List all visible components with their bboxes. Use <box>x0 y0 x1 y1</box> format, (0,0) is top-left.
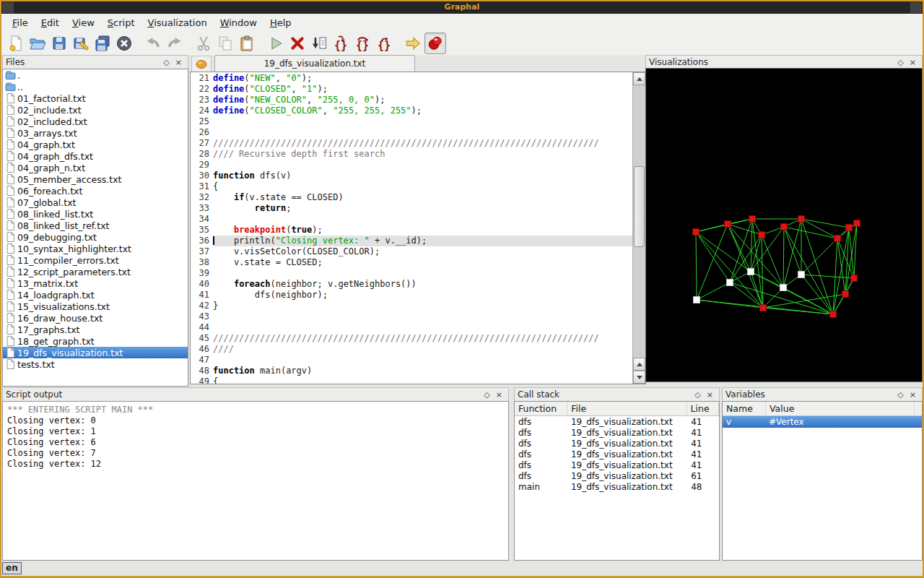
file-item[interactable]: 04_graph_n.txt <box>3 162 188 173</box>
scrollbar-thumb[interactable] <box>634 166 645 247</box>
file-item[interactable]: 18_get_graph.txt <box>3 335 188 347</box>
file-item[interactable]: 08_linked_list.txt <box>3 208 188 220</box>
variables-table[interactable]: NameValuev#Vertex <box>722 401 923 561</box>
code-line[interactable]: 24define("CLOSED_COLOR", "255, 255, 255"… <box>191 105 633 116</box>
code-line[interactable]: 46//// <box>191 344 633 355</box>
scroll-up-button-2[interactable] <box>633 358 645 371</box>
file-item[interactable]: 09_debugging.txt <box>3 231 188 243</box>
file-item[interactable]: 13_matrix.txt <box>3 277 188 289</box>
call-stack-row[interactable]: dfs19_dfs_visualization.txt61 <box>515 470 719 481</box>
code-line[interactable]: 35 breakpoint(true); <box>191 225 633 236</box>
file-item[interactable]: 01_factorial.txt <box>3 92 188 104</box>
code-line[interactable]: 34 <box>191 214 633 225</box>
float-panel-icon[interactable]: ◇ <box>692 391 703 399</box>
files-list[interactable]: ...01_factorial.txt02_include.txt02_incl… <box>2 69 188 387</box>
code-area[interactable]: 21define("NEW", "0");22define("CLOSED", … <box>191 73 633 384</box>
file-item[interactable]: 07_global.txt <box>3 197 188 208</box>
code-line[interactable]: 32 if(v.state == CLOSED) <box>191 192 633 203</box>
step-over-button[interactable]: {} <box>352 33 372 53</box>
scroll-up-button[interactable] <box>633 72 645 85</box>
new-file-button[interactable] <box>6 33 26 53</box>
variables-column-headers[interactable]: NameValue <box>723 402 922 416</box>
run-script-button[interactable] <box>266 33 286 53</box>
file-item[interactable]: 10_syntax_highlighter.txt <box>3 243 188 254</box>
call-stack-column-headers[interactable]: FunctionFileLine <box>515 402 719 416</box>
menu-window[interactable]: Window <box>214 15 263 30</box>
step-into-button[interactable]: {} <box>331 33 351 53</box>
tab-19-dfs-visualization[interactable]: 19_dfs_visualization.txt <box>214 55 415 72</box>
close-panel-icon[interactable]: × <box>907 391 919 399</box>
file-item[interactable]: 08_linked_list_ref.txt <box>3 220 188 231</box>
code-editor[interactable]: 21define("NEW", "0");22define("CLOSED", … <box>190 72 646 384</box>
toggle-breakpoint-button[interactable] <box>424 33 446 54</box>
call-stack-row[interactable]: dfs19_dfs_visualization.txt41 <box>515 427 719 438</box>
file-item[interactable]: 17_graphs.txt <box>3 324 188 335</box>
copy-button[interactable] <box>215 33 235 53</box>
call-stack-row[interactable]: dfs19_dfs_visualization.txt41 <box>515 416 719 427</box>
code-line[interactable]: 22define("CLOSED", "1"); <box>191 84 633 95</box>
call-stack-row[interactable]: dfs19_dfs_visualization.txt41 <box>515 460 719 470</box>
run-to-cursor-button[interactable] <box>309 33 329 53</box>
file-item[interactable]: 03_arrays.txt <box>3 127 188 139</box>
menu-view[interactable]: View <box>66 15 101 30</box>
code-line[interactable]: 43 <box>191 311 633 322</box>
code-line[interactable]: 42} <box>191 301 633 311</box>
call-stack-row[interactable]: dfs19_dfs_visualization.txt41 <box>515 438 719 449</box>
current-code-line[interactable]: 36 println("Closing vertex: " + v.__id); <box>191 236 633 246</box>
code-line[interactable]: 47 <box>191 355 633 366</box>
redo-button[interactable] <box>165 33 185 53</box>
code-line[interactable]: 45//////////////////////////////////////… <box>191 333 633 344</box>
keyboard-layout-indicator[interactable]: en <box>2 562 22 574</box>
code-line[interactable]: 40 foreach(neighbor; v.getNeighbors()) <box>191 279 633 290</box>
file-item[interactable]: 02_included.txt <box>3 116 188 127</box>
file-item[interactable]: 06_foreach.txt <box>3 185 188 197</box>
file-item[interactable]: 16_draw_house.txt <box>3 312 188 324</box>
code-line[interactable]: 38 v.state = CLOSED; <box>191 257 633 268</box>
file-item[interactable]: 11_compiler_errors.txt <box>3 254 188 266</box>
float-panel-icon[interactable]: ◇ <box>160 59 172 66</box>
step-out-button[interactable]: {} <box>374 33 394 53</box>
file-item[interactable]: tests.txt <box>3 358 188 370</box>
code-line[interactable]: 25 <box>191 116 633 127</box>
float-panel-icon[interactable]: ◇ <box>894 59 906 66</box>
open-file-button[interactable] <box>27 33 48 53</box>
code-line[interactable]: 48function main(argv) <box>191 366 633 376</box>
menu-script[interactable]: Script <box>101 15 141 30</box>
save-as-button[interactable] <box>71 33 91 53</box>
menu-help[interactable]: Help <box>263 15 298 30</box>
script-output-text[interactable]: *** ENTERING SCRIPT MAIN ***Closing vert… <box>2 401 509 561</box>
continue-button[interactable] <box>403 33 423 53</box>
code-line[interactable]: 39 <box>191 268 633 279</box>
file-item[interactable]: . <box>3 69 188 81</box>
cut-button[interactable] <box>193 33 214 53</box>
file-item[interactable]: 05_member_access.txt <box>3 173 188 185</box>
code-line[interactable]: 27//////////////////////////////////////… <box>191 138 633 149</box>
window-control-button[interactable] <box>910 2 922 13</box>
close-panel-icon[interactable]: × <box>173 59 185 66</box>
graph-visualization-canvas[interactable] <box>645 68 923 382</box>
file-item[interactable]: 19_dfs_visualization.txt <box>3 347 188 358</box>
call-stack-table[interactable]: FunctionFileLinedfs19_dfs_visualization.… <box>514 401 720 561</box>
float-panel-icon[interactable]: ◇ <box>894 391 906 399</box>
menu-visualization[interactable]: Visualization <box>141 15 214 30</box>
file-item[interactable]: 02_include.txt <box>3 104 188 116</box>
file-item[interactable]: 14_loadgraph.txt <box>3 289 188 301</box>
code-line[interactable]: 28//// Recursive depth first search <box>191 149 633 160</box>
stop-script-button[interactable] <box>287 33 308 53</box>
code-line[interactable]: 49{ <box>191 376 633 384</box>
undo-button[interactable] <box>143 33 163 53</box>
call-stack-row[interactable]: main19_dfs_visualization.txt48 <box>515 481 719 492</box>
file-item[interactable]: .. <box>3 81 188 92</box>
file-item[interactable]: 04_graph_dfs.txt <box>3 150 188 162</box>
save-button[interactable] <box>49 33 69 53</box>
menu-edit[interactable]: Edit <box>35 15 66 30</box>
close-panel-icon[interactable]: × <box>493 391 505 399</box>
title-bar[interactable]: Graphal <box>1 1 923 14</box>
editor-vertical-scrollbar[interactable] <box>632 72 645 384</box>
code-line[interactable]: 37 v.visSetColor(CLOSED_COLOR); <box>191 246 633 257</box>
code-line[interactable]: 29 <box>191 160 633 171</box>
code-line[interactable]: 21define("NEW", "0"); <box>191 73 633 84</box>
code-line[interactable]: 33 return; <box>191 203 633 214</box>
code-line[interactable]: 23define("NEW_COLOR", "255, 0, 0"); <box>191 95 633 105</box>
code-line[interactable]: 44 <box>191 322 633 333</box>
